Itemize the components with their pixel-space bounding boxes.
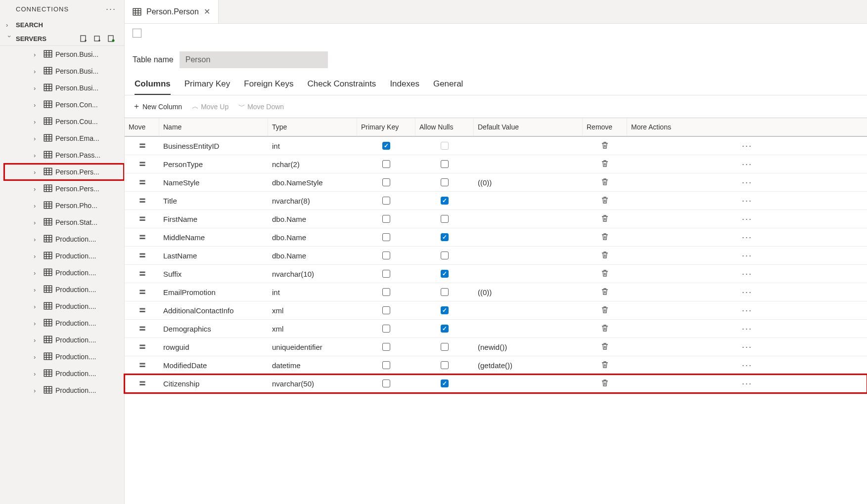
sidebar-item-8[interactable]: ›Person.Pers... — [4, 180, 124, 197]
drag-handle-icon[interactable]: 〓 — [125, 339, 159, 355]
servers-section[interactable]: › SERVERS — [0, 32, 124, 46]
column-name[interactable]: PersonType — [159, 157, 268, 171]
sidebar-item-2[interactable]: ›Person.Busi... — [4, 80, 124, 96]
allow-nulls-checkbox[interactable] — [441, 142, 449, 150]
default-value[interactable] — [474, 326, 583, 332]
sidebar-item-20[interactable]: ›Production.... — [4, 382, 124, 399]
column-type[interactable]: dbo.Name — [268, 249, 357, 263]
column-type[interactable]: datetime — [268, 358, 357, 373]
column-type[interactable]: int — [268, 139, 357, 153]
primary-key-checkbox[interactable] — [382, 270, 390, 278]
editor-tab[interactable]: Person.Person ✕ — [125, 0, 219, 23]
default-value[interactable] — [474, 271, 583, 277]
new-server-icon[interactable] — [93, 35, 101, 42]
primary-key-checkbox[interactable] — [382, 252, 390, 259]
default-value[interactable]: ((0)) — [474, 285, 583, 299]
sidebar-item-6[interactable]: ›Person.Pass... — [4, 147, 124, 164]
sidebar-item-1[interactable]: ›Person.Busi... — [4, 63, 124, 80]
search-section[interactable]: › SEARCH — [0, 18, 124, 32]
default-value[interactable] — [474, 234, 583, 240]
allow-nulls-checkbox[interactable] — [441, 343, 449, 351]
sidebar-item-9[interactable]: ›Person.Pho... — [4, 197, 124, 214]
column-name[interactable]: LastName — [159, 249, 268, 263]
drag-handle-icon[interactable]: 〓 — [125, 211, 159, 227]
column-type[interactable]: nchar(2) — [268, 157, 357, 171]
allow-nulls-checkbox[interactable] — [441, 178, 449, 186]
primary-key-checkbox[interactable] — [382, 306, 390, 314]
sidebar-item-7[interactable]: ›Person.Pers... — [4, 164, 124, 180]
column-name[interactable]: rowguid — [159, 340, 268, 354]
trash-icon[interactable] — [601, 269, 609, 279]
more-actions-icon[interactable]: ··· — [742, 305, 752, 316]
column-name[interactable]: AdditionalContactInfo — [159, 303, 268, 318]
column-name[interactable]: Suffix — [159, 267, 268, 281]
column-name[interactable]: Title — [159, 194, 268, 208]
sidebar-item-12[interactable]: ›Production.... — [4, 248, 124, 264]
default-value[interactable] — [474, 307, 583, 313]
primary-key-checkbox[interactable] — [382, 215, 390, 223]
allow-nulls-checkbox[interactable] — [441, 160, 449, 168]
column-name[interactable]: Citizenship — [159, 377, 268, 391]
tab-primary-key[interactable]: Primary Key — [184, 79, 230, 95]
sidebar-item-10[interactable]: ›Person.Stat... — [4, 214, 124, 231]
primary-key-checkbox[interactable] — [382, 197, 390, 205]
tab-general[interactable]: General — [433, 79, 463, 95]
drag-handle-icon[interactable]: 〓 — [125, 302, 159, 319]
sidebar-item-11[interactable]: ›Production.... — [4, 231, 124, 248]
close-icon[interactable]: ✕ — [204, 7, 210, 16]
drag-handle-icon[interactable]: 〓 — [125, 357, 159, 374]
drag-handle-icon[interactable]: 〓 — [125, 266, 159, 282]
trash-icon[interactable] — [601, 361, 609, 370]
sidebar-item-18[interactable]: ›Production.... — [4, 348, 124, 365]
more-actions-icon[interactable]: ··· — [742, 232, 752, 243]
tab-foreign-keys[interactable]: Foreign Keys — [244, 79, 293, 95]
more-actions-icon[interactable]: ··· — [742, 251, 752, 261]
drag-handle-icon[interactable]: 〓 — [125, 248, 159, 264]
trash-icon[interactable] — [601, 379, 609, 388]
column-type[interactable]: xml — [268, 303, 357, 318]
column-name[interactable]: FirstName — [159, 212, 268, 226]
drag-handle-icon[interactable]: 〓 — [125, 156, 159, 172]
primary-key-checkbox[interactable] — [382, 288, 390, 296]
trash-icon[interactable] — [601, 160, 609, 169]
trash-icon[interactable] — [601, 306, 609, 315]
default-value[interactable] — [474, 380, 583, 386]
allow-nulls-checkbox[interactable] — [441, 288, 449, 296]
sidebar-item-17[interactable]: ›Production.... — [4, 332, 124, 348]
trash-icon[interactable] — [601, 196, 609, 206]
sidebar-item-19[interactable]: ›Production.... — [4, 365, 124, 382]
drag-handle-icon[interactable]: 〓 — [125, 193, 159, 209]
more-actions-icon[interactable]: ··· — [742, 159, 752, 169]
table-name-input[interactable] — [180, 51, 328, 68]
sidebar-item-16[interactable]: ›Production.... — [4, 315, 124, 332]
allow-nulls-checkbox[interactable] — [441, 252, 449, 259]
connections-more-icon[interactable]: ··· — [106, 4, 116, 14]
default-value[interactable]: (getdate()) — [474, 358, 583, 373]
more-actions-icon[interactable]: ··· — [742, 324, 752, 334]
trash-icon[interactable] — [601, 342, 609, 352]
primary-key-checkbox[interactable] — [382, 160, 390, 168]
column-type[interactable]: nvarchar(10) — [268, 267, 357, 281]
primary-key-checkbox[interactable] — [382, 343, 390, 351]
default-value[interactable]: ((0)) — [474, 175, 583, 190]
primary-key-checkbox[interactable] — [382, 325, 390, 333]
drag-handle-icon[interactable]: 〓 — [125, 174, 159, 191]
column-type[interactable]: dbo.Name — [268, 230, 357, 245]
column-type[interactable]: nvarchar(8) — [268, 194, 357, 208]
more-actions-icon[interactable]: ··· — [742, 269, 752, 279]
drag-handle-icon[interactable]: 〓 — [125, 376, 159, 392]
column-name[interactable]: Demographics — [159, 322, 268, 336]
default-value[interactable]: (newid()) — [474, 340, 583, 354]
primary-key-checkbox[interactable] — [382, 178, 390, 186]
allow-nulls-checkbox[interactable] — [441, 197, 449, 205]
column-name[interactable]: ModifiedDate — [159, 358, 268, 373]
sidebar-item-0[interactable]: ›Person.Busi... — [4, 46, 124, 63]
trash-icon[interactable] — [601, 251, 609, 260]
script-icon[interactable] — [133, 29, 141, 38]
primary-key-checkbox[interactable] — [382, 361, 390, 369]
tab-check-constraints[interactable]: Check Constraints — [307, 79, 376, 95]
default-value[interactable] — [474, 198, 583, 204]
move-down-button[interactable]: ﹀Move Down — [238, 102, 284, 111]
tab-columns[interactable]: Columns — [135, 79, 171, 95]
column-type[interactable]: uniqueidentifier — [268, 340, 357, 354]
